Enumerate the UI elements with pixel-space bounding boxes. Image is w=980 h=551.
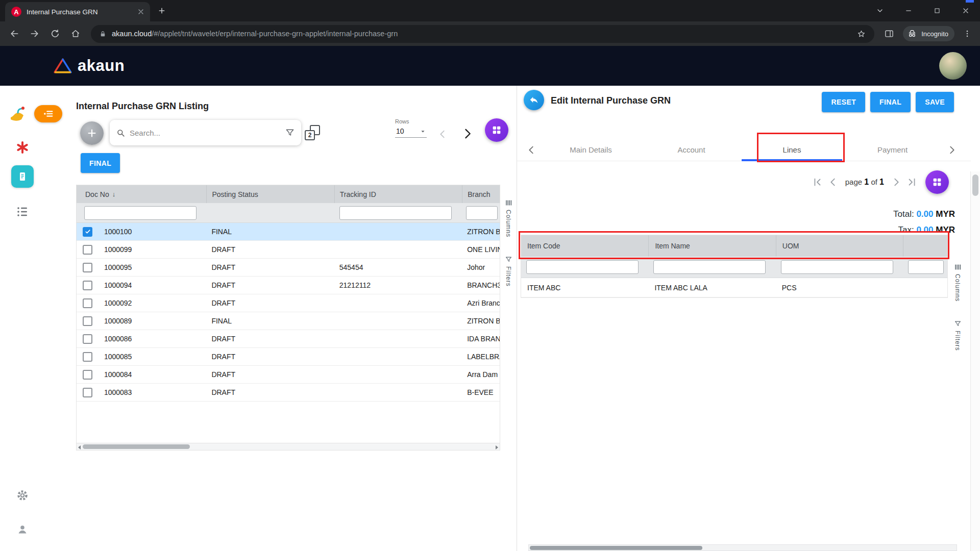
row-checkbox[interactable]	[83, 316, 92, 326]
next-page-icon[interactable]	[891, 177, 902, 188]
new-tab-button[interactable]	[153, 2, 170, 19]
reset-button[interactable]: RESET	[822, 92, 865, 112]
row-checkbox[interactable]	[83, 263, 92, 272]
row-checkbox[interactable]	[83, 298, 92, 308]
tab-payment[interactable]: Payment	[842, 139, 943, 161]
table-row[interactable]: 1000099 DRAFT ONE LIVIN	[77, 241, 500, 259]
scroll-left-arrow[interactable]	[78, 445, 81, 449]
reload-button[interactable]	[46, 24, 64, 43]
akaun-logo[interactable]: akaun	[53, 57, 125, 75]
header-posting-status[interactable]: Posting Status	[206, 185, 334, 203]
item-code-filter-input[interactable]	[526, 260, 639, 274]
scrollbar-thumb[interactable]	[530, 546, 702, 550]
row-checkbox[interactable]	[83, 352, 92, 362]
branch-filter-input[interactable]	[466, 206, 498, 220]
sort-desc-icon[interactable]: ↓	[112, 190, 116, 198]
final-filter-button[interactable]: FINAL	[81, 153, 120, 173]
tracking-id-filter-input[interactable]	[339, 206, 452, 220]
table-row[interactable]: 1000100 FINAL ZITRON B	[77, 223, 500, 241]
back-button-circle[interactable]	[524, 90, 544, 110]
filters-funnel-icon	[954, 320, 962, 328]
forward-button[interactable]	[26, 24, 44, 43]
lock-icon[interactable]	[99, 30, 107, 38]
browser-tab[interactable]: A Internal Purchase GRN	[5, 2, 150, 21]
hand-applet-icon[interactable]	[8, 104, 28, 124]
minimize-button[interactable]	[894, 0, 923, 21]
table-row[interactable]: 1000092 DRAFT Azri Branc	[77, 294, 500, 312]
tab-account[interactable]: Account	[641, 139, 742, 161]
tab-main-details[interactable]: Main Details	[541, 139, 641, 161]
scrollbar-thumb[interactable]	[83, 444, 190, 449]
table-row[interactable]: 1000095 DRAFT 545454 Johor	[77, 259, 500, 277]
add-record-button[interactable]	[80, 121, 104, 145]
header-item-code[interactable]: Item Code	[521, 235, 648, 257]
bookmark-star-icon[interactable]	[856, 29, 866, 39]
horizontal-scrollbar[interactable]	[528, 544, 957, 551]
side-panel-icon[interactable]	[880, 25, 898, 42]
row-checkbox[interactable]	[83, 334, 92, 344]
red-applet-icon[interactable]	[15, 140, 30, 155]
profile-person-icon[interactable]	[16, 523, 29, 536]
scroll-right-arrow[interactable]	[496, 445, 498, 449]
table-row[interactable]: 1000094 DRAFT 21212112 BRANCH3	[77, 277, 500, 294]
user-avatar[interactable]	[939, 52, 967, 80]
table-row[interactable]: 1000089 FINAL ZITRON B	[77, 312, 500, 330]
next-page-icon[interactable]	[460, 127, 475, 141]
horizontal-scrollbar[interactable]	[77, 443, 500, 450]
filter-funnel-icon[interactable]	[285, 128, 295, 138]
row-checkbox[interactable]	[83, 227, 92, 237]
tab-lines[interactable]: Lines	[742, 139, 842, 161]
table-row[interactable]: 1000086 DRAFT IDA BRAN	[77, 330, 500, 348]
browser-chrome: A Internal Purchase GRN akaun.cloud/#/ap…	[0, 0, 980, 46]
grid-view-button[interactable]	[925, 170, 949, 194]
settings-gear-icon[interactable]	[16, 489, 29, 502]
tabs-scroll-left-icon[interactable]	[522, 144, 541, 156]
address-bar[interactable]: akaun.cloud/#/applet/tnt/wavelet/erp/int…	[91, 25, 874, 43]
browser-menu-icon[interactable]	[960, 26, 975, 41]
header-item-name[interactable]: Item Name	[648, 235, 775, 257]
document-applet-icon[interactable]	[11, 165, 34, 188]
tab-close-icon[interactable]	[137, 8, 145, 16]
home-button[interactable]	[66, 24, 85, 43]
table-row[interactable]: 1000083 DRAFT B-EVEE	[77, 384, 500, 402]
table-row[interactable]: 1000085 DRAFT LABELBRA	[77, 348, 500, 366]
save-button[interactable]: SAVE	[916, 92, 954, 112]
close-window-button[interactable]	[951, 0, 980, 21]
dual-pane-icon[interactable]: 2	[305, 125, 320, 140]
row-checkbox[interactable]	[83, 388, 92, 397]
list-menu-icon[interactable]	[16, 206, 29, 218]
back-button[interactable]	[5, 24, 23, 43]
header-uom[interactable]: UOM	[776, 235, 903, 257]
row-checkbox[interactable]	[83, 245, 92, 255]
rows-select[interactable]: 10	[395, 124, 427, 138]
final-button[interactable]: FINAL	[870, 92, 911, 112]
columns-toggle[interactable]: Columns	[954, 263, 962, 302]
tabs-scroll-right-icon[interactable]	[943, 144, 961, 156]
prev-page-icon[interactable]	[827, 177, 839, 188]
maximize-button[interactable]	[923, 0, 951, 21]
header-branch[interactable]: Branch	[462, 185, 500, 203]
table-row[interactable]: 1000084 DRAFT Arra Dam	[77, 366, 500, 384]
applet-menu-toggle[interactable]	[34, 105, 62, 122]
tab-search-icon[interactable]	[866, 0, 894, 21]
row-checkbox[interactable]	[83, 281, 92, 290]
search-input[interactable]	[130, 129, 281, 137]
header-doc-no[interactable]: Doc No ↓	[77, 185, 206, 203]
uom-filter-input[interactable]	[781, 260, 893, 274]
filters-toggle[interactable]: Filters	[505, 256, 512, 287]
item-name-filter-input[interactable]	[653, 260, 766, 274]
columns-toggle[interactable]: Columns	[505, 199, 512, 237]
branch-cell: BRANCH3	[462, 281, 500, 289]
first-page-icon[interactable]	[812, 177, 823, 188]
doc-no-filter-input[interactable]	[84, 206, 197, 220]
filters-toggle[interactable]: Filters	[954, 320, 962, 351]
scrollbar-thumb[interactable]	[972, 174, 978, 196]
row-checkbox[interactable]	[83, 370, 92, 380]
last-page-icon[interactable]	[906, 177, 918, 188]
line-item-row[interactable]: ITEM ABC ITEM ABC LALA PCS	[521, 278, 947, 297]
prev-page-icon[interactable]	[437, 129, 448, 140]
header-tracking-id[interactable]: Tracking ID	[334, 185, 462, 203]
grid-view-button[interactable]	[485, 118, 508, 142]
window-scrollbar[interactable]	[970, 171, 980, 551]
clipped-filter-input[interactable]	[908, 260, 944, 274]
